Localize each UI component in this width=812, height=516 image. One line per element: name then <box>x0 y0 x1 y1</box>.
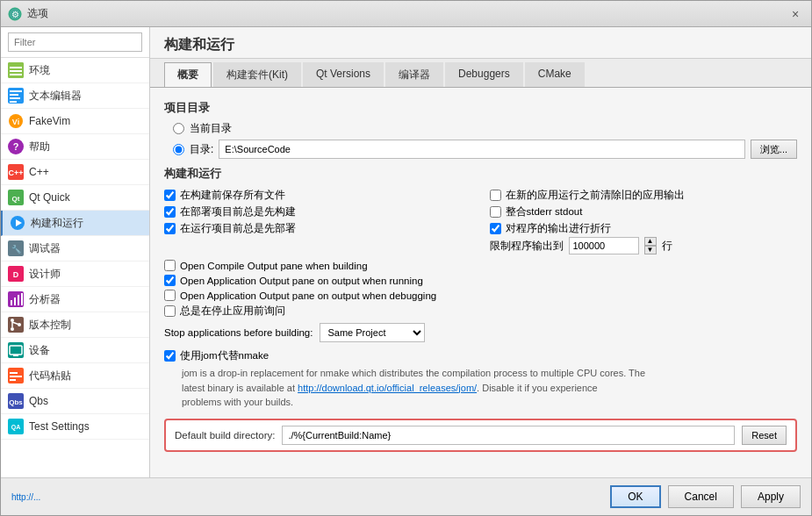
check-merge-stderr[interactable] <box>490 206 501 218</box>
check-row-clear-before-run: 在新的应用运行之前清除旧的应用输出 <box>490 187 798 204</box>
tab-cmake[interactable]: CMake <box>525 62 585 87</box>
sidebar-item-help[interactable]: ? 帮助 <box>1 134 149 160</box>
svg-rect-9 <box>10 97 20 99</box>
check-label-open-app-run: Open Application Output pane on output w… <box>180 276 423 286</box>
check-label-open-compile: Open Compile Output pane when building <box>180 261 368 271</box>
spinner-up[interactable]: ▲ <box>644 237 657 246</box>
tab-compiler[interactable]: 编译器 <box>385 62 443 87</box>
check-row-open-app-run: Open Application Output pane on output w… <box>164 273 797 288</box>
check-label-merge-stderr: 整合stderr stdout <box>506 205 583 219</box>
tabs-bar: 概要 构建套件(Kit) Qt Versions 编译器 Debuggers C… <box>150 59 811 88</box>
sidebar-item-version-control[interactable]: 版本控制 <box>1 312 149 338</box>
left-column: 在构建前保存所有文件 在部署项目前总是先构建 在运行项目前总是先部署 <box>164 187 472 254</box>
check-row-save-before-build: 在构建前保存所有文件 <box>164 187 472 204</box>
check-open-app-debug[interactable] <box>164 290 176 301</box>
radio-target-dir[interactable] <box>173 144 184 155</box>
sidebar-item-designer[interactable]: D 设计师 <box>1 262 149 287</box>
svg-rect-7 <box>10 90 22 92</box>
sidebar-item-snippets[interactable]: 代码粘贴 <box>1 363 149 389</box>
check-row-always-ask-stop: 总是在停止应用前询问 <box>164 303 797 319</box>
check-row-open-app-debug: Open Application Output pane on output w… <box>164 288 797 303</box>
sidebar-item-label-analyzer: 分析器 <box>29 292 61 307</box>
default-build-input[interactable] <box>282 426 735 445</box>
check-row-build-before-deploy: 在部署项目前总是先构建 <box>164 204 472 220</box>
svg-point-32 <box>11 327 14 331</box>
jom-desc3: . Disable it if you experience <box>477 383 598 393</box>
limit-suffix: 行 <box>662 240 672 253</box>
check-open-app-run[interactable] <box>164 275 176 286</box>
sidebar-item-label-debugger: 调试器 <box>29 241 61 256</box>
snippets-icon <box>8 368 24 383</box>
dialog-footer: http://... OK Cancel Apply <box>1 477 811 515</box>
svg-rect-41 <box>10 376 22 377</box>
check-fold-output[interactable] <box>490 223 501 234</box>
dialog-body: 环境 文本编辑器 Vi FakeVim <box>1 27 811 477</box>
browse-button[interactable]: 浏览... <box>751 140 797 159</box>
dialog-icon: ⚙ <box>8 7 22 21</box>
sidebar-item-test-settings[interactable]: QA Test Settings <box>1 414 149 440</box>
reset-button[interactable]: Reset <box>742 426 787 445</box>
svg-text:D: D <box>13 270 19 279</box>
sidebar-item-build-run[interactable]: 构建和运行 <box>1 211 149 236</box>
svg-text:Vi: Vi <box>12 118 19 126</box>
filter-box <box>1 27 149 58</box>
spinner-down[interactable]: ▼ <box>644 246 657 254</box>
sidebar-item-analyzer[interactable]: 分析器 <box>1 287 149 312</box>
svg-text:?: ? <box>13 141 19 152</box>
test-settings-icon: QA <box>8 419 24 434</box>
sidebar-item-text-editor[interactable]: 文本编辑器 <box>1 83 149 109</box>
main-content: 构建和运行 概要 构建套件(Kit) Qt Versions 编译器 Debug… <box>150 27 811 477</box>
radio-label-target-dir: 目录: <box>190 142 213 157</box>
tab-qt-versions[interactable]: Qt Versions <box>303 62 384 87</box>
project-dir-radio-group: 当前目录 目录: 浏览... <box>173 121 797 159</box>
project-dir-input[interactable] <box>219 140 744 159</box>
radio-row-current-dir: 当前目录 <box>173 121 797 136</box>
limit-input[interactable] <box>569 237 639 254</box>
tab-kits[interactable]: 构建套件(Kit) <box>213 62 301 87</box>
tab-debuggers[interactable]: Debuggers <box>445 62 523 87</box>
build-run-options: 在构建前保存所有文件 在部署项目前总是先构建 在运行项目前总是先部署 <box>164 187 797 254</box>
filter-input[interactable] <box>8 32 142 52</box>
jom-link[interactable]: http://download.qt.io/official_releases/… <box>298 383 477 393</box>
stop-before-build-select[interactable]: Same Project All None <box>320 323 425 342</box>
sidebar-item-fakevim[interactable]: Vi FakeVim <box>1 109 149 134</box>
sidebar-item-label-qtquick: Qt Quick <box>29 191 70 204</box>
build-run-section-title: 构建和运行 <box>164 166 797 182</box>
check-use-jom[interactable] <box>164 350 176 362</box>
sidebar-item-label-test-settings: Test Settings <box>29 420 90 433</box>
svg-rect-10 <box>10 101 17 103</box>
svg-rect-38 <box>13 355 18 356</box>
sidebar-item-debugger[interactable]: 🔧 调试器 <box>1 236 149 262</box>
check-label-clear-before-run: 在新的应用运行之前清除旧的应用输出 <box>506 189 685 202</box>
footer-url: http://... <box>11 492 603 502</box>
sidebar-item-qtquick[interactable]: Qt Qt Quick <box>1 185 149 211</box>
tab-overview[interactable]: 概要 <box>164 62 212 87</box>
sidebar-item-env[interactable]: 环境 <box>1 58 149 83</box>
check-row-fold-output: 对程序的输出进行折行 <box>490 220 798 237</box>
ok-button[interactable]: OK <box>610 485 660 508</box>
sidebar-items: 环境 文本编辑器 Vi FakeVim <box>1 58 149 477</box>
apply-button[interactable]: Apply <box>741 485 801 508</box>
version-control-icon <box>8 317 24 333</box>
close-button[interactable]: × <box>787 5 804 23</box>
cancel-button[interactable]: Cancel <box>668 485 734 508</box>
sidebar-item-cpp[interactable]: C++ C++ <box>1 160 149 185</box>
check-save-before-build[interactable] <box>164 190 176 201</box>
radio-current-dir[interactable] <box>173 123 184 134</box>
sidebar-item-qbs[interactable]: Qbs Qbs <box>1 389 149 414</box>
check-label-fold-output: 对程序的输出进行折行 <box>506 222 611 235</box>
check-open-compile[interactable] <box>164 260 176 271</box>
svg-rect-30 <box>8 317 24 333</box>
sidebar-item-devices[interactable]: 设备 <box>1 338 149 363</box>
dialog-title: 选项 <box>27 6 787 21</box>
check-build-before-run[interactable] <box>164 223 176 234</box>
svg-rect-28 <box>18 295 19 305</box>
check-clear-before-run[interactable] <box>490 190 501 201</box>
project-dir-section-title: 项目目录 <box>164 100 797 116</box>
check-always-ask-stop[interactable] <box>164 305 176 317</box>
sidebar-item-label-text-editor: 文本编辑器 <box>29 89 82 104</box>
svg-text:QA: QA <box>11 424 21 431</box>
fakevim-icon: Vi <box>8 113 24 129</box>
svg-text:Qt: Qt <box>12 195 20 203</box>
check-build-before-deploy[interactable] <box>164 206 176 218</box>
